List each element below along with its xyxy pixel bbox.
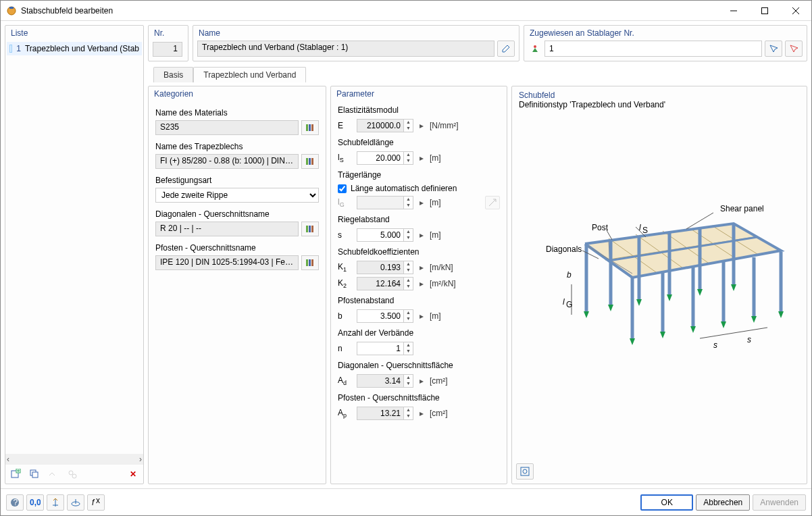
svg-line-63 <box>734 328 767 333</box>
delete-item-button[interactable]: ✕ <box>124 466 142 482</box>
copy-item-button[interactable] <box>26 466 43 482</box>
ad-spinner[interactable]: ▲▼ <box>404 374 413 388</box>
ok-button[interactable]: OK <box>640 494 693 511</box>
lg-unit: [m] <box>430 198 441 207</box>
svg-point-14 <box>534 45 536 48</box>
n-label: Anzahl der Verbände <box>338 328 500 338</box>
diag-input[interactable]: R 20 | -- | -- <box>155 222 299 236</box>
svg-marker-60 <box>667 294 672 301</box>
minimize-button[interactable] <box>718 1 749 21</box>
maximize-button[interactable] <box>749 1 780 21</box>
tool-button-b[interactable] <box>67 494 84 511</box>
svg-marker-54 <box>660 332 665 338</box>
lg-pick-button <box>485 196 500 209</box>
sheet-input[interactable]: FI (+) 85/280 - 0.88 (b: 1000) | DIN 18 <box>155 154 299 169</box>
k2-input[interactable] <box>357 277 404 290</box>
lg-auto-checkbox[interactable] <box>338 184 347 193</box>
emod-spinner[interactable]: ▲▼ <box>404 119 413 132</box>
list-item-icon <box>9 45 12 53</box>
ap-input[interactable] <box>357 407 404 420</box>
k1-unit: [m/kN] <box>430 263 453 272</box>
svg-text:l: l <box>639 223 641 232</box>
units-button[interactable]: 0,00 <box>26 494 44 511</box>
edit-name-button[interactable] <box>497 41 515 57</box>
svg-marker-55 <box>690 326 696 333</box>
list-hscrollbar[interactable]: ‹› <box>5 454 143 465</box>
ap-spinner[interactable]: ▲▼ <box>404 407 413 420</box>
help-button[interactable]: ? <box>6 494 24 511</box>
b-spinner[interactable]: ▲▼ <box>404 309 413 323</box>
app-icon <box>6 5 17 16</box>
ls-label: Schubfeldlänge <box>338 138 500 147</box>
material-library-button[interactable] <box>301 120 319 135</box>
ad-input[interactable] <box>357 374 404 388</box>
svg-text:l: l <box>563 297 565 307</box>
fixing-select[interactable]: Jede zweite Rippe <box>155 188 319 203</box>
ad-menu-button[interactable]: ▸ <box>417 376 426 386</box>
schubfeld-subtitle: Definitionstyp 'Trapezblech und Verband' <box>512 100 807 109</box>
svg-marker-57 <box>751 316 757 323</box>
ls-spinner[interactable]: ▲▼ <box>404 151 413 165</box>
s-input[interactable] <box>357 228 404 242</box>
post-library-button[interactable] <box>301 255 319 270</box>
ls-menu-button[interactable]: ▸ <box>417 153 426 163</box>
svg-rect-3 <box>762 7 768 14</box>
emod-label: Elastizitätsmodul <box>338 105 500 115</box>
ap-unit: [cm²] <box>430 409 448 418</box>
k1-input[interactable] <box>357 261 404 274</box>
svg-marker-52 <box>731 284 736 291</box>
svg-rect-25 <box>309 259 311 266</box>
tool-button-a[interactable] <box>47 494 64 511</box>
svg-text:s: s <box>713 340 717 350</box>
svg-rect-18 <box>306 158 308 165</box>
tab-trapez[interactable]: Trapezblech und Verband <box>193 67 306 82</box>
svg-rect-23 <box>311 226 313 232</box>
svg-text:f: f <box>92 498 95 507</box>
params-header: Parameter <box>331 86 507 101</box>
title-bar: Stabschubfeld bearbeiten <box>1 1 811 21</box>
list-item-label: Trapezblech und Verband (Stab <box>25 44 139 53</box>
b-unit: [m] <box>430 311 441 321</box>
s-label: Riegelabstand <box>338 215 500 224</box>
b-menu-button[interactable]: ▸ <box>417 311 426 321</box>
svg-rect-15 <box>306 124 308 131</box>
n-input[interactable] <box>357 342 404 355</box>
close-button[interactable] <box>780 1 811 21</box>
pick-many-button[interactable] <box>785 41 803 57</box>
ap-menu-button[interactable]: ▸ <box>417 409 426 418</box>
b-input[interactable] <box>357 309 404 323</box>
list-item[interactable]: 1 Trapezblech und Verband (Stab <box>7 42 142 55</box>
k1-menu-button[interactable]: ▸ <box>417 263 426 272</box>
diag-library-button[interactable] <box>301 222 319 236</box>
k2-spinner[interactable]: ▲▼ <box>404 277 413 290</box>
material-input[interactable]: S235 <box>155 120 299 135</box>
assign-input[interactable] <box>544 41 762 57</box>
name-header: Name <box>193 26 519 41</box>
svg-rect-16 <box>309 124 311 131</box>
new-item-button[interactable] <box>7 466 24 482</box>
emod-menu-button[interactable]: ▸ <box>417 121 426 130</box>
nr-value[interactable]: 1 <box>153 42 182 57</box>
emod-input[interactable] <box>357 119 404 132</box>
s-spinner[interactable]: ▲▼ <box>404 228 413 242</box>
svg-rect-22 <box>309 226 311 232</box>
svg-point-80 <box>523 469 527 473</box>
cancel-button[interactable]: Abbrechen <box>696 494 750 511</box>
post-input[interactable]: IPE 120 | DIN 1025-5:1994-03 | Feron <box>155 255 299 270</box>
svg-rect-24 <box>306 259 308 266</box>
tab-basis[interactable]: Basis <box>153 67 193 82</box>
k1-spinner[interactable]: ▲▼ <box>404 261 413 274</box>
list-body: 1 Trapezblech und Verband (Stab <box>5 41 143 454</box>
svg-marker-53 <box>778 311 784 318</box>
pick-one-button[interactable] <box>765 41 782 57</box>
tool-button-c[interactable]: fx <box>87 494 105 511</box>
s-menu-button[interactable]: ▸ <box>417 230 426 240</box>
ls-input[interactable] <box>357 151 404 165</box>
svg-rect-21 <box>306 226 308 232</box>
list-toolbar: ✕ <box>5 465 143 484</box>
diagram-options-button[interactable] <box>516 463 534 480</box>
k2-menu-button[interactable]: ▸ <box>417 279 426 288</box>
sheet-library-button[interactable] <box>301 154 319 169</box>
n-spinner[interactable]: ▲▼ <box>404 342 413 355</box>
name-input[interactable]: Trapezblech und Verband (Stablager : 1) <box>197 41 494 57</box>
